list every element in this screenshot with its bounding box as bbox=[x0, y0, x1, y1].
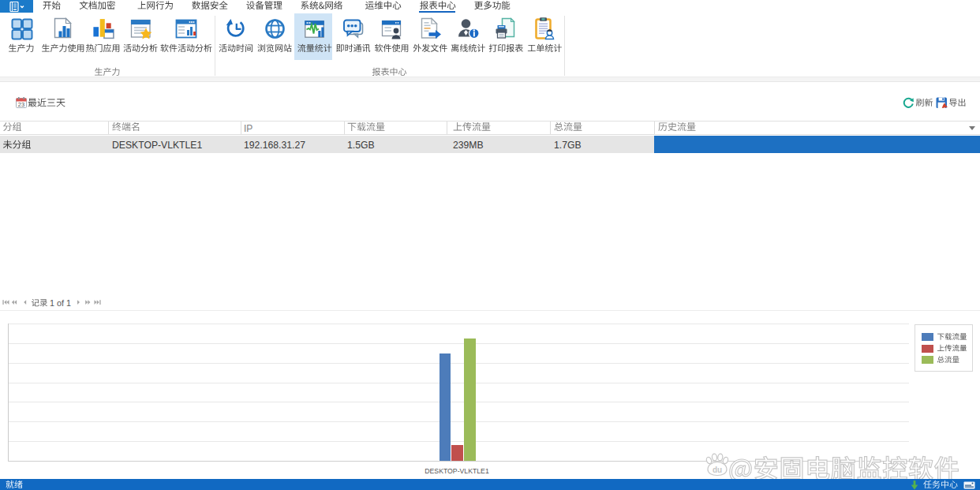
svg-text:du: du bbox=[713, 466, 722, 474]
